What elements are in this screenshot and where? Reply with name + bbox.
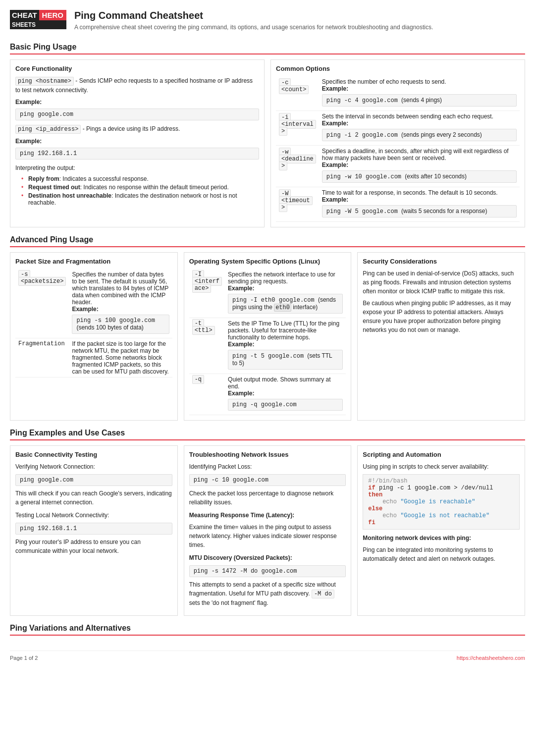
common-options-title: Common Options (276, 65, 520, 72)
core-bullet-list: Reply from: Indicates a successful respo… (15, 175, 259, 206)
page-number: Page 1 of 2 (10, 655, 38, 661)
basic-connectivity-panel: Basic Connectivity Testing Verifying Net… (10, 445, 178, 616)
security-p1: Ping can be used in denial-of-service (D… (363, 269, 520, 296)
shebang: #!/bin/bash (368, 478, 514, 485)
trouble-code1: ping -c 10 google.com (189, 474, 346, 486)
examples-grid: Basic Connectivity Testing Verifying Net… (10, 445, 525, 616)
core-interp-label: Interpreting the output: (15, 163, 259, 172)
conn-code2: ping 192.168.1.1 (15, 523, 172, 535)
header: CHEAT HERO SHEETS Ping Command Cheatshee… (10, 10, 525, 35)
then-line: then (368, 491, 514, 498)
conn-code1: ping google.com (15, 474, 172, 486)
echo-line1: echo "Google is reachable" (368, 498, 514, 505)
scripting-title: Scripting and Automation (363, 451, 520, 458)
core-example1-label: Example: (15, 98, 259, 107)
fi-line: fi (368, 519, 514, 526)
conn-label1: Verifying Network Connection: (15, 462, 172, 471)
footer-link[interactable]: https://cheatsheetshero.com (457, 655, 525, 661)
logo-cheat: CHEAT (10, 10, 39, 20)
if-line: if ping -c 1 google.com > /dev/null (368, 485, 514, 491)
packet-size-title: Packet Size and Fragmentation (15, 258, 172, 265)
page-description: A comprehensive cheat sheet covering the… (74, 23, 433, 32)
scripting-panel: Scripting and Automation Using ping in s… (357, 445, 525, 616)
os-specific-table: -I<interface> Specifies the network inte… (189, 269, 346, 415)
conn-desc1: This will check if you can reach Google'… (15, 489, 172, 507)
packet-size-panel: Packet Size and Fragmentation -s<packets… (10, 252, 178, 421)
security-p2: Be cautious when pinging public IP addre… (363, 299, 520, 334)
option-t: -t<ttl> Sets the IP Time To Live (TTL) f… (189, 318, 346, 374)
common-options-panel: Common Options -c<count> Specifies the n… (270, 59, 525, 227)
option-i: -i<interval> Sets the interval in second… (276, 111, 520, 146)
scripting-label2: Monitoring network devices with ping: (363, 534, 520, 542)
core-example1-code: ping google.com (15, 108, 259, 120)
common-options-table: -c<count> Specifies the number of echo r… (276, 76, 520, 222)
option-q: -q Quiet output mode. Shows summary at e… (189, 374, 346, 415)
trouble-desc3: This attempts to send a packet of a spec… (189, 580, 346, 607)
logo: CHEAT HERO SHEETS (10, 10, 66, 29)
conn-label2: Testing Local Network Connectivity: (15, 511, 172, 520)
scripting-desc2: Ping can be integrated into monitoring s… (363, 545, 520, 563)
bullet-unreachable: Destination host unreachable: Indicates … (21, 192, 259, 206)
trouble-label2: Measuring Response Time (Latency): (189, 511, 346, 520)
option-I: -I<interface> Specifies the network inte… (189, 269, 346, 318)
core-functionality-panel: Core Functionality ping <hostname> - Sen… (10, 59, 265, 227)
section-basic-ping: Basic Ping Usage (10, 43, 525, 54)
footer: Page 1 of 2 https://cheatsheetshero.com (10, 650, 525, 661)
core-example2-code: ping 192.168.1.1 (15, 148, 259, 160)
bullet-reply: Reply from: Indicates a successful respo… (21, 175, 259, 182)
trouble-desc2: Examine the time= values in the ping out… (189, 523, 346, 549)
security-title: Security Considerations (363, 258, 520, 265)
core-desc1: ping <hostname> - Sends ICMP echo reques… (15, 76, 259, 95)
option-s: -s<packetsize> Specifies the number of d… (15, 269, 172, 338)
advanced-ping-grid: Packet Size and Fragmentation -s<packets… (10, 252, 525, 421)
else-line: else (368, 505, 514, 512)
core-example2-label: Example: (15, 137, 259, 146)
trouble-label3: MTU Discovery (Oversized Packets): (189, 553, 346, 562)
section-examples: Ping Examples and Use Cases (10, 429, 525, 440)
header-text: Ping Command Cheatsheet A comprehensive … (74, 10, 433, 35)
trouble-label1: Identifying Packet Loss: (189, 462, 346, 471)
trouble-code3: ping -s 1472 -M do google.com (189, 565, 346, 577)
scripting-label1: Using ping in scripts to check server av… (363, 462, 520, 471)
bullet-timeout: Request timed out: Indicates no response… (21, 184, 259, 191)
core-title: Core Functionality (15, 65, 259, 72)
logo-sheets: SHEETS (10, 20, 66, 29)
option-w: -w<deadline> Specifies a deadline, in se… (276, 146, 520, 187)
core-code2: ping <ip_address> (15, 125, 81, 134)
security-panel: Security Considerations Ping can be used… (357, 252, 525, 421)
option-W: -W<timeout> Time to wait for a response,… (276, 187, 520, 222)
section-advanced-ping: Advanced Ping Usage (10, 235, 525, 247)
logo-hero: HERO (39, 10, 66, 20)
conn-desc2: Ping your router's IP address to ensure … (15, 538, 172, 555)
core-desc2: ping <ip_address> - Pings a device using… (15, 124, 259, 134)
section-variations: Ping Variations and Alternatives (10, 624, 525, 636)
echo-line2: echo "Google is not reachable" (368, 512, 514, 519)
scripting-code-block: #!/bin/bash if ping -c 1 google.com > /d… (363, 474, 520, 530)
troubleshooting-title: Troubleshooting Network Issues (189, 451, 346, 458)
core-code1: ping <hostname> (15, 77, 74, 86)
option-c: -c<count> Specifies the number of echo r… (276, 76, 520, 111)
os-specific-panel: Operating System Specific Options (Linux… (184, 252, 352, 421)
fragmentation-row: Fragmentation If the packet size is too … (15, 338, 172, 378)
packet-size-table: -s<packetsize> Specifies the number of d… (15, 269, 172, 378)
basic-ping-grid: Core Functionality ping <hostname> - Sen… (10, 59, 525, 227)
trouble-code3b: -M do (312, 590, 334, 598)
os-specific-title: Operating System Specific Options (Linux… (189, 258, 346, 265)
troubleshooting-panel: Troubleshooting Network Issues Identifyi… (184, 445, 352, 616)
trouble-desc1: Check the packet loss percentage to diag… (189, 489, 346, 507)
basic-connectivity-title: Basic Connectivity Testing (15, 451, 172, 458)
page-title: Ping Command Cheatsheet (74, 10, 433, 21)
